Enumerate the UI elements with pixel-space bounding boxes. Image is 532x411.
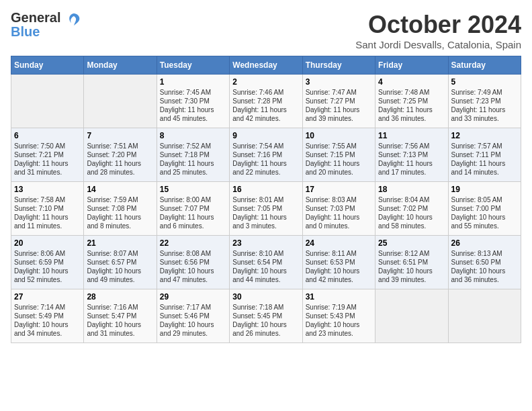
day-number: 22 bbox=[160, 238, 226, 248]
cell-content: Sunrise: 8:04 AMSunset: 7:02 PMDaylight:… bbox=[378, 195, 445, 230]
day-cell: 18Sunrise: 8:04 AMSunset: 7:02 PMDayligh… bbox=[375, 182, 448, 236]
day-number: 4 bbox=[378, 77, 445, 87]
day-cell: 21Sunrise: 8:07 AMSunset: 6:57 PMDayligh… bbox=[84, 236, 157, 289]
cell-content: Sunrise: 7:54 AMSunset: 7:16 PMDaylight:… bbox=[232, 142, 299, 177]
col-friday: Friday bbox=[375, 56, 448, 75]
day-cell bbox=[84, 75, 157, 128]
cell-content: Sunrise: 7:49 AMSunset: 7:23 PMDaylight:… bbox=[451, 88, 518, 123]
week-row-1: 6Sunrise: 7:50 AMSunset: 7:21 PMDaylight… bbox=[11, 128, 521, 182]
day-cell: 5Sunrise: 7:49 AMSunset: 7:23 PMDaylight… bbox=[448, 75, 521, 128]
day-cell: 28Sunrise: 7:16 AMSunset: 5:47 PMDayligh… bbox=[84, 289, 157, 343]
col-saturday: Saturday bbox=[448, 56, 521, 75]
cell-content: Sunrise: 7:56 AMSunset: 7:13 PMDaylight:… bbox=[378, 142, 445, 177]
col-wednesday: Wednesday bbox=[230, 56, 302, 75]
day-cell: 11Sunrise: 7:56 AMSunset: 7:13 PMDayligh… bbox=[375, 128, 448, 182]
day-cell: 25Sunrise: 8:12 AMSunset: 6:51 PMDayligh… bbox=[375, 236, 448, 289]
day-number: 25 bbox=[378, 238, 445, 248]
cell-content: Sunrise: 8:10 AMSunset: 6:54 PMDaylight:… bbox=[232, 249, 299, 284]
day-cell bbox=[448, 289, 521, 343]
cell-content: Sunrise: 8:00 AMSunset: 7:07 PMDaylight:… bbox=[160, 195, 226, 230]
cell-content: Sunrise: 7:45 AMSunset: 7:30 PMDaylight:… bbox=[160, 88, 226, 123]
day-cell: 13Sunrise: 7:58 AMSunset: 7:10 PMDayligh… bbox=[11, 182, 84, 236]
day-cell: 26Sunrise: 8:13 AMSunset: 6:50 PMDayligh… bbox=[448, 236, 521, 289]
day-cell: 8Sunrise: 7:52 AMSunset: 7:18 PMDaylight… bbox=[157, 128, 229, 182]
day-cell: 3Sunrise: 7:47 AMSunset: 7:27 PMDaylight… bbox=[302, 75, 375, 128]
calendar-body: 1Sunrise: 7:45 AMSunset: 7:30 PMDaylight… bbox=[11, 75, 521, 343]
day-cell: 31Sunrise: 7:19 AMSunset: 5:43 PMDayligh… bbox=[302, 289, 375, 343]
calendar-table: Sunday Monday Tuesday Wednesday Thursday… bbox=[11, 56, 521, 343]
day-number: 2 bbox=[232, 77, 299, 87]
day-number: 26 bbox=[451, 238, 518, 248]
title-area: October 2024 Sant Jordi Desvalls, Catalo… bbox=[355, 11, 521, 50]
day-number: 3 bbox=[306, 77, 372, 87]
day-number: 16 bbox=[232, 185, 299, 194]
day-cell: 7Sunrise: 7:51 AMSunset: 7:20 PMDaylight… bbox=[84, 128, 157, 182]
cell-content: Sunrise: 7:58 AMSunset: 7:10 PMDaylight:… bbox=[14, 195, 81, 230]
cell-content: Sunrise: 8:05 AMSunset: 7:00 PMDaylight:… bbox=[451, 195, 518, 230]
day-number: 31 bbox=[306, 292, 372, 302]
day-number: 8 bbox=[160, 131, 226, 140]
cell-content: Sunrise: 8:03 AMSunset: 7:03 PMDaylight:… bbox=[306, 195, 372, 230]
page-header: General Blue October 2024 Sant Jordi Des… bbox=[11, 11, 521, 50]
week-row-4: 27Sunrise: 7:14 AMSunset: 5:49 PMDayligh… bbox=[11, 289, 521, 343]
cell-content: Sunrise: 7:52 AMSunset: 7:18 PMDaylight:… bbox=[160, 142, 226, 177]
day-number: 9 bbox=[232, 131, 299, 140]
logo-bird-icon bbox=[64, 11, 83, 32]
day-number: 23 bbox=[232, 238, 299, 248]
day-number: 10 bbox=[306, 131, 372, 140]
day-number: 5 bbox=[451, 77, 518, 87]
location: Sant Jordi Desvalls, Catalonia, Spain bbox=[355, 39, 521, 50]
day-cell: 27Sunrise: 7:14 AMSunset: 5:49 PMDayligh… bbox=[11, 289, 84, 343]
day-cell: 6Sunrise: 7:50 AMSunset: 7:21 PMDaylight… bbox=[11, 128, 84, 182]
day-cell: 16Sunrise: 8:01 AMSunset: 7:05 PMDayligh… bbox=[230, 182, 302, 236]
day-number: 24 bbox=[306, 238, 372, 248]
day-cell: 23Sunrise: 8:10 AMSunset: 6:54 PMDayligh… bbox=[230, 236, 302, 289]
day-number: 19 bbox=[451, 185, 518, 194]
col-monday: Monday bbox=[84, 56, 157, 75]
logo-general: General bbox=[11, 10, 60, 25]
col-sunday: Sunday bbox=[11, 56, 84, 75]
day-cell: 2Sunrise: 7:46 AMSunset: 7:28 PMDaylight… bbox=[230, 75, 302, 128]
day-number: 27 bbox=[14, 292, 81, 302]
col-tuesday: Tuesday bbox=[157, 56, 229, 75]
week-row-3: 20Sunrise: 8:06 AMSunset: 6:59 PMDayligh… bbox=[11, 236, 521, 289]
day-number: 20 bbox=[14, 238, 81, 248]
day-cell: 17Sunrise: 8:03 AMSunset: 7:03 PMDayligh… bbox=[302, 182, 375, 236]
logo-blue: Blue bbox=[11, 24, 40, 39]
day-number: 17 bbox=[306, 185, 372, 194]
day-cell bbox=[11, 75, 84, 128]
day-number: 6 bbox=[14, 131, 81, 140]
cell-content: Sunrise: 8:13 AMSunset: 6:50 PMDaylight:… bbox=[451, 249, 518, 284]
day-number: 30 bbox=[232, 292, 299, 302]
day-cell: 22Sunrise: 8:08 AMSunset: 6:56 PMDayligh… bbox=[157, 236, 229, 289]
day-cell: 4Sunrise: 7:48 AMSunset: 7:25 PMDaylight… bbox=[375, 75, 448, 128]
day-number: 12 bbox=[451, 131, 518, 140]
logo-text: General Blue bbox=[11, 11, 60, 39]
day-cell: 24Sunrise: 8:11 AMSunset: 6:53 PMDayligh… bbox=[302, 236, 375, 289]
cell-content: Sunrise: 7:55 AMSunset: 7:15 PMDaylight:… bbox=[306, 142, 372, 177]
day-number: 13 bbox=[14, 185, 81, 194]
cell-content: Sunrise: 8:06 AMSunset: 6:59 PMDaylight:… bbox=[14, 249, 81, 284]
day-cell: 30Sunrise: 7:18 AMSunset: 5:45 PMDayligh… bbox=[230, 289, 302, 343]
cell-content: Sunrise: 8:12 AMSunset: 6:51 PMDaylight:… bbox=[378, 249, 445, 284]
day-number: 14 bbox=[87, 185, 153, 194]
week-row-2: 13Sunrise: 7:58 AMSunset: 7:10 PMDayligh… bbox=[11, 182, 521, 236]
cell-content: Sunrise: 7:18 AMSunset: 5:45 PMDaylight:… bbox=[232, 303, 299, 338]
day-cell: 14Sunrise: 7:59 AMSunset: 7:08 PMDayligh… bbox=[84, 182, 157, 236]
cell-content: Sunrise: 7:48 AMSunset: 7:25 PMDaylight:… bbox=[378, 88, 445, 123]
day-cell: 20Sunrise: 8:06 AMSunset: 6:59 PMDayligh… bbox=[11, 236, 84, 289]
day-cell: 15Sunrise: 8:00 AMSunset: 7:07 PMDayligh… bbox=[157, 182, 229, 236]
logo: General Blue bbox=[11, 11, 83, 39]
cell-content: Sunrise: 8:01 AMSunset: 7:05 PMDaylight:… bbox=[232, 195, 299, 230]
day-number: 11 bbox=[378, 131, 445, 140]
calendar-header: Sunday Monday Tuesday Wednesday Thursday… bbox=[11, 56, 521, 75]
day-number: 29 bbox=[160, 292, 226, 302]
col-thursday: Thursday bbox=[302, 56, 375, 75]
cell-content: Sunrise: 7:57 AMSunset: 7:11 PMDaylight:… bbox=[451, 142, 518, 177]
cell-content: Sunrise: 7:14 AMSunset: 5:49 PMDaylight:… bbox=[14, 303, 81, 338]
cell-content: Sunrise: 7:50 AMSunset: 7:21 PMDaylight:… bbox=[14, 142, 81, 177]
cell-content: Sunrise: 7:19 AMSunset: 5:43 PMDaylight:… bbox=[306, 303, 372, 338]
day-cell: 12Sunrise: 7:57 AMSunset: 7:11 PMDayligh… bbox=[448, 128, 521, 182]
cell-content: Sunrise: 8:08 AMSunset: 6:56 PMDaylight:… bbox=[160, 249, 226, 284]
day-number: 18 bbox=[378, 185, 445, 194]
